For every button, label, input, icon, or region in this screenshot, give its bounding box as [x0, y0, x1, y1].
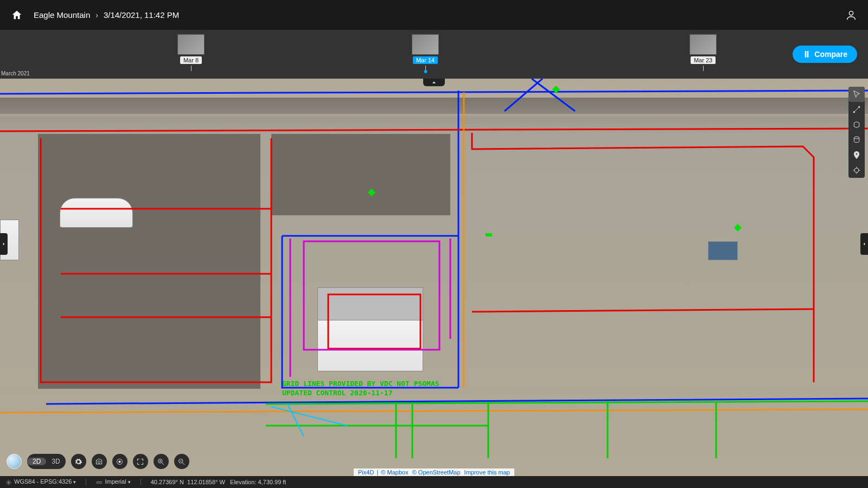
view-3d[interactable]: 3D	[46, 458, 65, 465]
crs-icon	[5, 479, 12, 486]
chevron-right-icon	[1, 241, 7, 247]
cad-overlay	[0, 79, 868, 476]
svg-point-10	[854, 168, 859, 172]
breadcrumb: Eagle Mountain › 3/14/2021, 11:42 PM	[34, 10, 179, 20]
chevron-right-icon: ›	[95, 11, 98, 20]
timeline-date-label: Mar 23	[691, 56, 716, 64]
svg-point-8	[854, 137, 859, 139]
tool-marker[interactable]	[848, 147, 865, 163]
zoom-in-icon	[157, 458, 165, 466]
expand-right-panel-button[interactable]	[860, 233, 868, 255]
polygon-icon	[852, 120, 861, 129]
svg-point-16	[119, 460, 121, 463]
gear-icon	[74, 458, 82, 466]
tool-measure-area[interactable]	[848, 117, 865, 132]
tool-gps[interactable]	[848, 163, 865, 178]
attrib-osm[interactable]: © OpenStreetMap	[412, 469, 461, 476]
units-selector[interactable]: Imperial	[96, 478, 130, 485]
timeline-thumbnail	[177, 34, 205, 55]
zoom-out-button[interactable]	[174, 454, 189, 469]
pin-icon	[852, 151, 861, 159]
svg-rect-1	[368, 189, 375, 196]
fullscreen-button[interactable]	[133, 454, 148, 469]
cursor-icon	[852, 90, 861, 99]
recenter-button[interactable]	[112, 454, 127, 469]
tool-select[interactable]	[848, 87, 865, 102]
svg-point-5	[853, 111, 855, 113]
timeline-thumbnail	[412, 34, 439, 55]
ruler-icon	[96, 479, 103, 486]
elevation-value: 4,730.99 ft	[258, 479, 286, 485]
attrib-mapbox[interactable]: © Mapbox	[381, 469, 408, 476]
zoom-in-button[interactable]	[154, 454, 169, 469]
user-icon[interactable]	[845, 9, 857, 21]
svg-rect-4	[486, 233, 492, 236]
chevron-left-icon	[861, 241, 867, 247]
timeline-item-mar23[interactable]: Mar 23	[690, 34, 717, 71]
compare-label: Compare	[814, 50, 847, 59]
view-mode-toggle: 2D 3D	[27, 454, 66, 469]
svg-point-6	[858, 106, 860, 108]
tool-measure-line[interactable]	[848, 102, 865, 117]
chevron-up-icon	[431, 79, 437, 86]
settings-button[interactable]	[71, 454, 86, 469]
svg-rect-3	[734, 224, 742, 232]
home-icon[interactable]	[11, 9, 23, 21]
zoom-out-icon	[177, 458, 186, 466]
attrib-brand[interactable]: Pix4D	[358, 469, 374, 476]
tool-volume[interactable]	[848, 132, 865, 147]
crs-selector[interactable]: WGS84 - EPSG:4326	[5, 478, 76, 485]
volume-icon	[852, 136, 861, 144]
camera-icon	[95, 458, 103, 466]
locate-icon	[116, 458, 124, 466]
map-controls: 2D 3D	[7, 454, 189, 469]
timeline-thumbnail	[690, 34, 717, 55]
attrib-improve[interactable]: Improve this map	[464, 469, 510, 476]
annotation-tools	[848, 87, 865, 178]
fullscreen-icon	[136, 458, 144, 466]
svg-line-7	[854, 107, 858, 111]
svg-point-9	[856, 153, 857, 155]
header-bar: Eagle Mountain › 3/14/2021, 11:42 PM	[0, 0, 868, 30]
timeline-item-mar14[interactable]: Mar 14	[412, 34, 439, 71]
map-attribution: Pix4D | © Mapbox © OpenStreetMap Improve…	[354, 468, 514, 476]
latitude-value: 40.27369° N	[151, 479, 184, 485]
compare-button[interactable]: Compare	[793, 46, 857, 63]
expand-left-panel-button[interactable]	[0, 233, 8, 255]
line-icon	[852, 105, 861, 114]
timeline-date-label: Mar 14	[413, 56, 438, 64]
longitude-value: 112.01858° W	[187, 479, 225, 485]
crs-label: WGS84 - EPSG:4326	[14, 478, 72, 485]
svg-point-0	[849, 11, 853, 15]
orthomosaic-map[interactable]: GRID LINES PROVIDED BY VDC NOT PSOMAS UP…	[0, 79, 868, 476]
coordinates-readout: 40.27369° N 112.01858° W Elevation: 4,73…	[151, 479, 286, 485]
svg-line-23	[183, 463, 185, 465]
timeline-strip: March 2021 Mar 8 Mar 14 Mar 23 Compare	[0, 30, 868, 79]
view-2d[interactable]: 2D	[27, 458, 46, 465]
status-bar: WGS84 - EPSG:4326 Imperial 40.27369° N 1…	[0, 476, 868, 488]
timeline-item-mar8[interactable]: Mar 8	[177, 34, 205, 71]
timeline-month-label: March 2021	[1, 70, 30, 76]
breadcrumb-datetime[interactable]: 3/14/2021, 11:42 PM	[104, 10, 179, 20]
basemap-button[interactable]	[7, 454, 22, 469]
svg-rect-25	[97, 481, 102, 483]
svg-line-19	[162, 463, 164, 465]
elevation-label: Elevation:	[230, 479, 256, 485]
timeline-date-label: Mar 8	[180, 56, 202, 64]
crosshair-icon	[852, 166, 861, 175]
snapshot-button[interactable]	[92, 454, 107, 469]
compare-icon	[802, 50, 811, 59]
breadcrumb-project[interactable]: Eagle Mountain	[34, 10, 90, 20]
collapse-timeline-button[interactable]	[423, 79, 445, 86]
svg-point-15	[98, 460, 100, 463]
units-label: Imperial	[105, 478, 126, 485]
